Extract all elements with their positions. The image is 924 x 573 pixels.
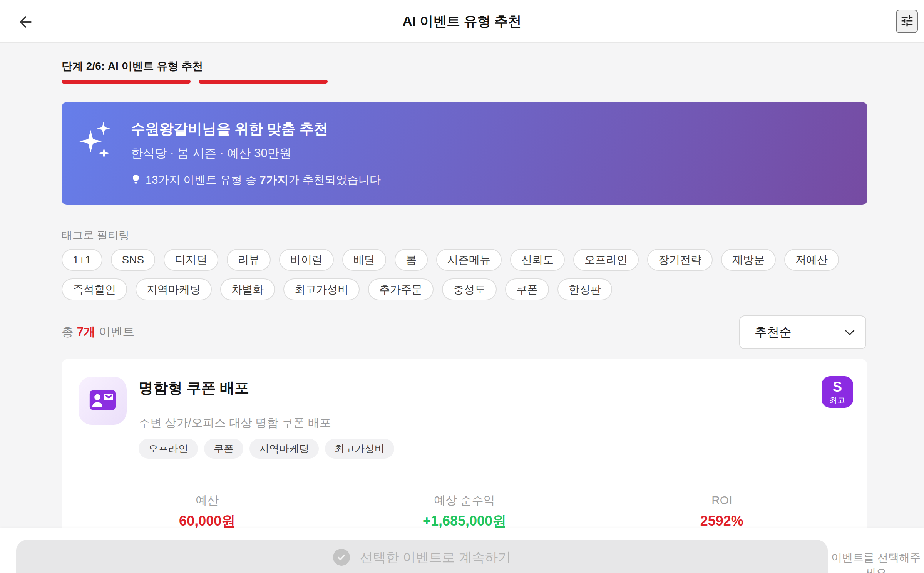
chevron-down-icon bbox=[844, 328, 855, 338]
stat-label: 예상 순수익 bbox=[336, 493, 593, 507]
filter-tag-chip[interactable]: 차별화 bbox=[220, 278, 275, 300]
event-tag-chip: 지역마케팅 bbox=[249, 439, 319, 459]
filter-tag-chip[interactable]: 1+1 bbox=[62, 249, 102, 271]
stat-label: ROI bbox=[593, 493, 850, 507]
sort-selected-value: 추천순 bbox=[755, 324, 792, 341]
result-summary-row: 총 7개 이벤트 추천순 bbox=[62, 314, 867, 350]
filter-tag-chip[interactable]: 디지털 bbox=[164, 249, 218, 271]
filter-tag-chip[interactable]: 한정판 bbox=[557, 278, 612, 300]
banner-info-text: 13가지 이벤트 유형 중 7가지가 추천되었습니다 bbox=[146, 173, 381, 187]
stat-value: +1,685,000원 bbox=[336, 513, 593, 529]
card-tag-list: 오프라인쿠폰지역마케팅최고가성비 bbox=[139, 439, 394, 459]
stat-budget: 예산60,000원 bbox=[79, 493, 336, 529]
event-tag-chip: 오프라인 bbox=[139, 439, 198, 459]
filter-tag-chip[interactable]: 재방문 bbox=[721, 249, 776, 271]
banner-subtitle: 한식당 · 봄 시즌 · 예산 30만원 bbox=[131, 146, 381, 161]
filter-tag-list: 1+1SNS디지털리뷰바이럴배달봄시즌메뉴신뢰도오프라인장기전략재방문저예산즉석… bbox=[62, 249, 870, 300]
filter-tag-chip[interactable]: 지역마케팅 bbox=[136, 278, 212, 300]
filter-tag-chip[interactable]: 쿠폰 bbox=[505, 278, 549, 300]
filter-tag-chip[interactable]: 저예산 bbox=[784, 249, 839, 271]
progress-segment bbox=[199, 80, 328, 84]
stat-label: 예산 bbox=[79, 493, 336, 507]
sparkles-icon bbox=[79, 120, 110, 164]
app-header: AI 이벤트 유형 추천 bbox=[0, 0, 924, 43]
stats-row: 예산60,000원예상 순수익+1,685,000원ROI2592% bbox=[62, 493, 867, 529]
filter-settings-button[interactable] bbox=[896, 10, 918, 33]
grade-letter: S bbox=[833, 380, 842, 394]
progress-bars bbox=[62, 80, 328, 84]
recommendation-banner: 수원왕갈비님을 위한 맞춤 추천 한식당 · 봄 시즌 · 예산 30만원 13… bbox=[62, 102, 867, 205]
event-icon-tile bbox=[79, 377, 127, 425]
event-count-number: 7개 bbox=[77, 324, 95, 340]
filter-tag-chip[interactable]: 시즌메뉴 bbox=[436, 249, 502, 271]
filter-tag-chip[interactable]: 바이럴 bbox=[279, 249, 334, 271]
filter-tag-chip[interactable]: 신뢰도 bbox=[510, 249, 565, 271]
filter-tag-chip[interactable]: 오프라인 bbox=[573, 249, 639, 271]
stat-value: 60,000원 bbox=[79, 513, 336, 529]
grade-label: 최고 bbox=[830, 396, 845, 404]
stat-roi: ROI2592% bbox=[593, 493, 850, 529]
filter-tag-chip[interactable]: 추가주문 bbox=[368, 278, 434, 300]
event-title: 명함형 쿠폰 배포 bbox=[139, 378, 249, 398]
bulb-icon bbox=[131, 174, 141, 186]
filter-tag-chip[interactable]: 즉석할인 bbox=[62, 278, 127, 300]
tune-icon bbox=[900, 13, 914, 29]
event-tag-chip: 쿠폰 bbox=[204, 439, 243, 459]
bottom-action-bar: 선택한 이벤트로 계속하기 이벤트를 선택해주세요 bbox=[0, 528, 924, 573]
filter-tag-chip[interactable]: 충성도 bbox=[442, 278, 497, 300]
page-title: AI 이벤트 유형 추천 bbox=[0, 0, 924, 43]
progress-segment bbox=[62, 80, 191, 84]
filter-tag-chip[interactable]: 배달 bbox=[342, 249, 386, 271]
contact-card-icon bbox=[87, 384, 119, 417]
event-card-business-card-coupon[interactable]: 명함형 쿠폰 배포 주변 상가/오피스 대상 명함 쿠폰 배포 오프라인쿠폰지역… bbox=[62, 359, 867, 534]
filter-tag-chip[interactable]: SNS bbox=[111, 249, 156, 271]
filter-tag-chip[interactable]: 장기전략 bbox=[647, 249, 713, 271]
banner-title: 수원왕갈비님을 위한 맞춤 추천 bbox=[131, 120, 381, 138]
step-label: 단계 2/6: AI 이벤트 유형 추천 bbox=[62, 59, 203, 74]
event-description: 주변 상가/오피스 대상 명함 쿠폰 배포 bbox=[139, 415, 331, 431]
filter-tag-chip[interactable]: 봄 bbox=[395, 249, 428, 271]
sort-dropdown[interactable]: 추천순 bbox=[739, 315, 866, 349]
filter-tag-chip[interactable]: 최고가성비 bbox=[283, 278, 360, 300]
filter-section-label: 태그로 필터링 bbox=[62, 228, 129, 243]
continue-button-label: 선택한 이벤트로 계속하기 bbox=[360, 549, 511, 566]
banner-info: 13가지 이벤트 유형 중 7가지가 추천되었습니다 bbox=[131, 173, 381, 187]
event-tag-chip: 최고가성비 bbox=[325, 439, 394, 459]
grade-badge: S 최고 bbox=[822, 376, 853, 408]
selection-helper-text: 이벤트를 선택해주세요 bbox=[829, 550, 922, 573]
continue-button[interactable]: 선택한 이벤트로 계속하기 bbox=[16, 540, 828, 573]
check-circle-icon bbox=[333, 549, 350, 566]
stat-expected-profit: 예상 순수익+1,685,000원 bbox=[336, 493, 593, 529]
filter-tag-chip[interactable]: 리뷰 bbox=[227, 249, 271, 271]
stat-value: 2592% bbox=[593, 513, 850, 529]
event-count-text: 총 7개 이벤트 bbox=[62, 314, 135, 350]
